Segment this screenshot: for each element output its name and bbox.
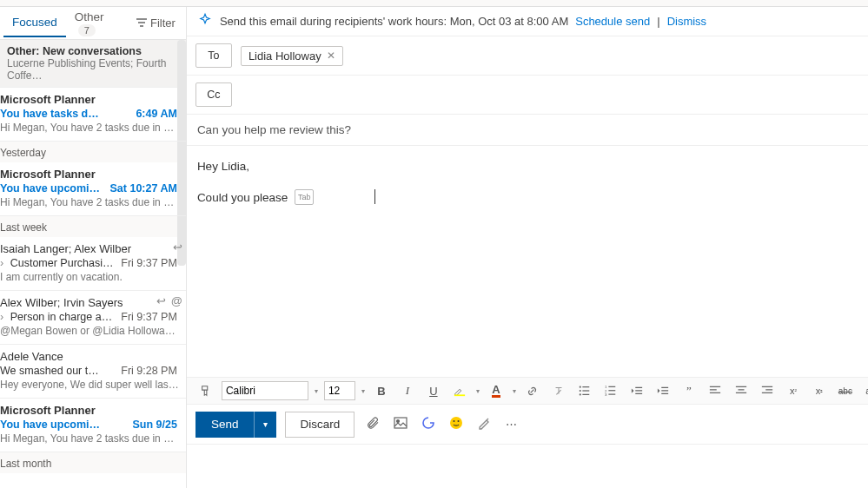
recipient-chip[interactable]: Lidia Holloway ✕	[241, 46, 343, 66]
message-item[interactable]: Microsoft Planner You have upcoming t…Sa…	[0, 162, 186, 216]
loop-component-icon[interactable]	[419, 416, 438, 432]
svg-point-25	[454, 420, 455, 422]
align-right-icon[interactable]	[757, 380, 778, 401]
svg-point-1	[580, 386, 581, 388]
align-left-icon[interactable]	[705, 380, 726, 401]
remove-recipient-icon[interactable]: ✕	[327, 49, 335, 62]
mention-icon: @	[171, 294, 182, 307]
chevron-down-icon[interactable]: ▾	[512, 387, 517, 395]
svg-rect-10	[608, 390, 615, 391]
more-actions-icon[interactable]: ⋯	[502, 418, 521, 431]
editor-icon[interactable]	[474, 416, 494, 432]
tab-other-label: Other	[75, 10, 104, 23]
message-list[interactable]: Other: New conversations Lucerne Publish…	[0, 40, 186, 488]
filter-icon	[136, 16, 147, 30]
emoji-icon[interactable]	[447, 416, 466, 432]
numbering-icon[interactable]: 123	[600, 380, 621, 401]
link-icon[interactable]	[522, 380, 543, 401]
svg-rect-6	[582, 394, 589, 395]
group-yesterday: Yesterday	[0, 142, 186, 162]
text-cursor-icon	[374, 189, 375, 204]
filter-button[interactable]: Filter	[136, 16, 182, 30]
to-button[interactable]: To	[195, 43, 232, 68]
cc-button[interactable]: Cc	[195, 82, 232, 107]
chevron-down-icon[interactable]: ▾	[361, 387, 366, 395]
other-new-preview: Lucerne Publishing Events; Fourth Coffe…	[7, 57, 179, 82]
bold-button[interactable]: B	[371, 380, 392, 401]
svg-rect-21	[762, 392, 772, 393]
msg-subject: We smashed our targets…	[0, 365, 104, 377]
svg-rect-20	[765, 389, 772, 390]
svg-rect-17	[738, 389, 744, 390]
send-button[interactable]: Send	[195, 412, 255, 438]
schedule-send-infobar: Send this email during recipients' work …	[187, 7, 868, 36]
other-count-badge: 7	[78, 24, 96, 36]
align-center-icon[interactable]	[731, 380, 752, 401]
tab-suggestion-hint: Tab	[295, 189, 315, 205]
tab-focused[interactable]: Focused	[3, 9, 66, 37]
quote-icon[interactable]: ”	[679, 380, 699, 401]
clear-formatting-icon[interactable]	[548, 380, 569, 401]
subject-input[interactable]: Can you help me review this?	[187, 115, 868, 146]
svg-text:3: 3	[605, 392, 607, 397]
message-item[interactable]: Adele Vance We smashed our targets…Fri 9…	[0, 345, 186, 399]
bullets-icon[interactable]	[574, 380, 595, 401]
msg-from: Alex Wilber; Irvin Sayers	[0, 296, 179, 309]
format-painter-icon[interactable]	[195, 380, 216, 401]
tab-other[interactable]: Other 7	[66, 3, 136, 43]
svg-point-23	[397, 420, 400, 423]
svg-rect-4	[582, 390, 589, 391]
dismiss-link[interactable]: Dismiss	[667, 15, 707, 28]
sparkle-icon	[197, 12, 213, 30]
highlight-button[interactable]	[449, 380, 470, 401]
schedule-send-link[interactable]: Schedule send	[575, 15, 650, 28]
recipient-name: Lidia Holloway	[248, 49, 321, 63]
compose-pane: Send this email during recipients' work …	[187, 7, 868, 488]
filter-label: Filter	[150, 16, 176, 30]
group-lastmonth: Last month	[0, 452, 186, 473]
message-item[interactable]: ↩@ Alex Wilber; Irvin Sayers › Person in…	[0, 291, 186, 345]
svg-rect-22	[394, 418, 407, 428]
msg-preview: Hey everyone, We did super well las…	[0, 379, 179, 391]
msg-subject: Person in charge at N…	[10, 311, 115, 323]
font-color-button[interactable]: A	[486, 380, 507, 401]
msg-from: Microsoft Planner	[0, 168, 179, 181]
italic-button[interactable]: I	[397, 380, 418, 401]
compose-actions: Send ▾ Discard ⋯	[187, 405, 868, 445]
svg-rect-18	[736, 392, 746, 393]
insert-picture-icon[interactable]	[391, 416, 410, 432]
message-item[interactable]: ↩ Isaiah Langer; Alex Wilber › Customer …	[0, 237, 186, 291]
attach-icon[interactable]	[363, 416, 382, 432]
other-new-conversations[interactable]: Other: New conversations Lucerne Publish…	[0, 40, 186, 88]
underline-button[interactable]: U	[423, 380, 444, 401]
font-size-select[interactable]	[324, 381, 355, 400]
email-body-editor[interactable]: Hey Lidia, Could you please Tab	[187, 146, 868, 377]
svg-rect-15	[710, 392, 720, 393]
svg-rect-0	[454, 394, 465, 396]
message-item[interactable]: Microsoft Planner You have upcoming task…	[0, 399, 186, 452]
msg-from: Adele Vance	[0, 350, 179, 363]
chevron-down-icon[interactable]: ▾	[475, 387, 480, 395]
msg-from: Microsoft Planner	[0, 404, 179, 417]
msg-subject: Customer Purchasing…	[10, 257, 115, 269]
msg-time: 6:49 AM	[136, 108, 178, 120]
msg-subject: You have tasks due today!	[0, 108, 104, 120]
font-family-select[interactable]	[222, 381, 308, 400]
msg-preview: I am currently on vacation.	[0, 271, 179, 283]
strikethrough-icon[interactable]: abc	[835, 380, 856, 401]
subscript-icon[interactable]: x₂	[809, 380, 830, 401]
case-icon[interactable]: aA	[861, 380, 868, 401]
msg-preview: Hi Megan, You have 2 tasks due in …	[0, 432, 179, 445]
to-row: To Lidia Holloway ✕	[187, 36, 868, 76]
superscript-icon[interactable]: x²	[783, 380, 804, 401]
indent-icon[interactable]	[653, 380, 673, 401]
message-item[interactable]: Microsoft Planner You have tasks due tod…	[0, 88, 186, 142]
scrollbar[interactable]	[177, 40, 186, 266]
send-options-chevron[interactable]: ▾	[254, 412, 276, 438]
discard-button[interactable]: Discard	[285, 412, 354, 438]
chevron-down-icon[interactable]: ▾	[314, 387, 319, 395]
msg-subject: You have upcoming t…	[0, 182, 104, 195]
outdent-icon[interactable]	[626, 380, 647, 401]
body-line: Hey Lidia,	[197, 156, 868, 177]
reply-icon: ↩	[156, 294, 166, 307]
